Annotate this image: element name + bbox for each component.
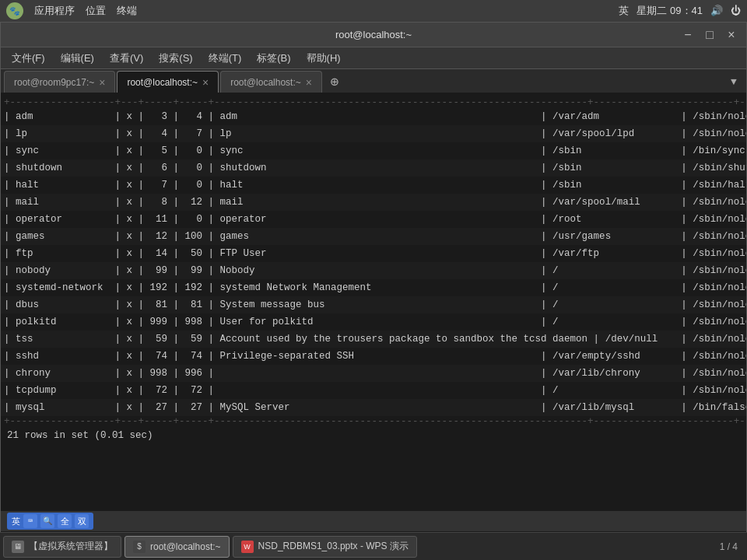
row-systemd-network: | systemd-network | x | 192 | 192 | syst… [1,279,746,296]
menu-help[interactable]: 帮助(H) [300,50,347,67]
avatar-icon[interactable]: 🐾 [6,2,23,19]
page-indicator: 1 / 4 [720,541,744,552]
row-dbus: | dbus | x | 81 | 81 | System message bu… [1,296,746,313]
tab-2-close[interactable]: × [202,76,209,89]
menu-edit[interactable]: 编辑(E) [54,50,100,67]
im-search-icon[interactable]: 🔍 [40,514,54,528]
system-bar: 🐾 应用程序 位置 终端 英 星期二 09：41 🔊 ⏻ [0,0,747,22]
divider-top: +------------------+---+-----+-----+----… [1,97,746,108]
row-lp: | lp | x | 4 | 7 | lp | /var/spool/lpd |… [1,125,746,142]
wps-icon: W [241,541,254,553]
power-icon[interactable]: ⏻ [731,5,741,17]
terminal-icon: $ [133,541,146,553]
taskbar: 🖥 【虚拟系统管理器】 $ root@localhost:~ W NSD_RDB… [0,532,747,560]
im-full-icon[interactable]: 全 [58,514,72,528]
tabs-bar: root@room9pc17:~ × root@localhost:~ × ro… [1,69,746,94]
location-menu[interactable]: 位置 [86,4,106,18]
row-games: | games | x | 12 | 100 | games | /usr/ga… [1,228,746,245]
result-summary: 21 rows in set (0.01 sec) [1,427,746,444]
row-shutdown: | shutdown | x | 6 | 0 | shutdown | /sbi… [1,159,746,177]
row-polkitd: | polkitd | x | 999 | 998 | User for pol… [1,313,746,331]
taskbar-item-terminal[interactable]: $ root@localhost:~ [124,536,230,558]
taskbar-terminal-label: root@localhost:~ [150,541,221,552]
tab-1-close[interactable]: × [99,76,105,89]
divider-bottom: +------------------+---+-----+-----+----… [1,416,746,427]
taskbar-item-wps[interactable]: W NSD_RDBMS1_03.pptx - WPS 演示 [233,536,417,558]
tab-3[interactable]: root@localhost:~ × [220,71,322,93]
maximize-button[interactable]: □ [701,26,718,44]
row-tss: | tss | x | 59 | 59 | Account used by th… [1,331,746,348]
system-bar-left: 🐾 应用程序 位置 终端 [6,2,137,19]
taskbar-item-vm[interactable]: 🖥 【虚拟系统管理器】 [3,536,121,558]
tab-1-label: root@room9pc17:~ [14,77,94,88]
window-title: root@localhost:~ [335,29,412,40]
row-ftp: | ftp | x | 14 | 50 | FTP User | /var/ft… [1,245,746,262]
terminal-window: root@localhost:~ − □ × 文件(F) 编辑(E) 查看(V)… [0,22,747,560]
row-halt: | halt | x | 7 | 0 | halt | /sbin | /sbi… [1,177,746,194]
row-sshd: | sshd | x | 74 | 74 | Privilege-separat… [1,348,746,365]
row-chrony: | chrony | x | 998 | 996 | | /var/lib/ch… [1,365,746,382]
menu-bar: 文件(F) 编辑(E) 查看(V) 搜索(S) 终端(T) 标签(B) 帮助(H… [1,47,746,69]
close-button[interactable]: × [723,26,740,44]
menu-terminal[interactable]: 终端(T) [202,50,248,67]
terminal-content[interactable]: +------------------+---+-----+-----+----… [1,94,746,536]
menu-file[interactable]: 文件(F) [5,50,51,67]
row-operator: | operator | x | 11 | 0 | operator | /ro… [1,211,746,228]
terminal-menu[interactable]: 终端 [117,4,137,18]
volume-icon[interactable]: 🔊 [710,5,723,17]
vm-icon: 🖥 [12,541,24,553]
im-double-icon[interactable]: 双 [75,514,89,528]
row-mysql: | mysql | x | 27 | 27 | MySQL Server | /… [1,399,746,416]
tab-3-close[interactable]: × [306,76,312,89]
input-lang-indicator[interactable]: 英 [619,4,629,18]
im-keyboard-icon[interactable]: ⌨ [23,514,37,528]
taskbar-wps-label: NSD_RDBMS1_03.pptx - WPS 演示 [258,540,409,553]
tab-2-label: root@localhost:~ [127,77,198,88]
tab-dropdown-button[interactable]: ▼ [724,71,743,93]
row-tcpdump: | tcpdump | x | 72 | 72 | | / | /sbin/no… [1,382,746,399]
row-adm: | adm | x | 3 | 4 | adm | /var/adm | /sb… [1,108,746,125]
status-bar: 英 ⌨ 🔍 全 双 [1,511,746,531]
tab-3-label: root@localhost:~ [230,77,301,88]
row-sync: | sync | x | 5 | 0 | sync | /sbin | /bin… [1,142,746,159]
window-controls: − □ × [679,26,740,44]
input-lang-label: 英 [12,516,20,527]
row-nobody: | nobody | x | 99 | 99 | Nobody | / | /s… [1,262,746,279]
taskbar-vm-label: 【虚拟系统管理器】 [29,540,113,553]
menu-view[interactable]: 查看(V) [103,50,149,67]
menu-search[interactable]: 搜索(S) [153,50,198,67]
tab-1[interactable]: root@room9pc17:~ × [4,71,115,93]
tab-2[interactable]: root@localhost:~ × [117,71,219,93]
app-menu[interactable]: 应用程序 [34,4,75,18]
input-method-panel[interactable]: 英 ⌨ 🔍 全 双 [7,513,93,530]
menu-label[interactable]: 标签(B) [251,50,296,67]
system-bar-right: 英 星期二 09：41 🔊 ⏻ [619,4,741,18]
datetime-display: 星期二 09：41 [637,4,703,18]
title-bar: root@localhost:~ − □ × [1,23,746,47]
new-tab-button[interactable]: ⊕ [324,71,345,93]
row-mail: | mail | x | 8 | 12 | mail | /var/spool/… [1,194,746,211]
minimize-button[interactable]: − [679,26,696,44]
